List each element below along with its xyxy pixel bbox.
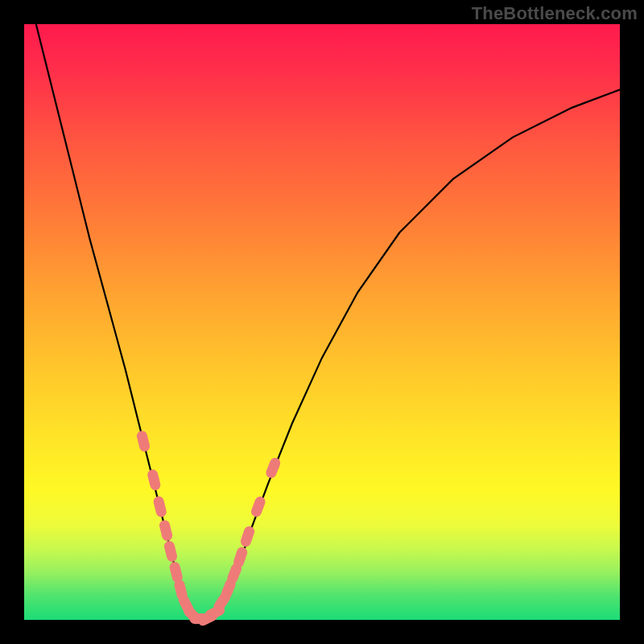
curve-marker	[232, 546, 249, 569]
marker-layer	[136, 430, 283, 628]
watermark-text: TheBottleneck.com	[472, 3, 638, 24]
curve-marker	[239, 525, 256, 548]
curve-marker	[264, 456, 282, 480]
curve-marker	[152, 495, 167, 518]
curve-marker	[147, 469, 162, 491]
chart-frame: TheBottleneck.com	[0, 0, 644, 644]
bottleneck-curve	[36, 24, 620, 620]
plot-area	[24, 24, 620, 620]
chart-svg	[24, 24, 620, 620]
curve-marker	[159, 519, 174, 542]
curve-marker	[163, 540, 179, 563]
curve-marker	[136, 430, 151, 452]
curve-marker	[250, 495, 266, 518]
